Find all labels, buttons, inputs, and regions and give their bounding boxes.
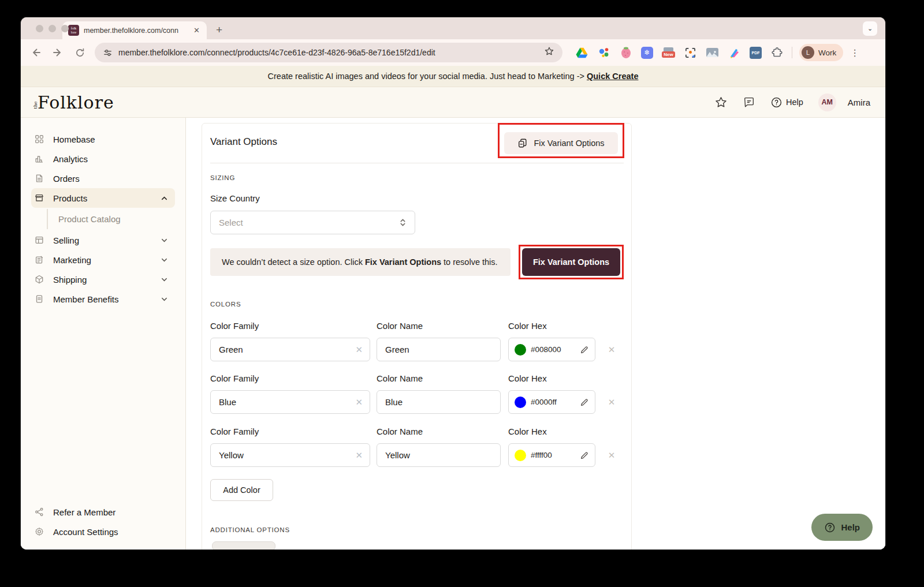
new-badge-extension-icon[interactable]: New [662, 46, 675, 59]
sidebar-item-shipping[interactable]: Shipping [31, 270, 175, 289]
feedback-chat-icon[interactable] [743, 96, 755, 109]
package-icon [33, 274, 45, 285]
google-dots-icon[interactable] [597, 46, 610, 59]
minimize-window-button[interactable] [49, 25, 56, 32]
sidebar-item-analytics[interactable]: Analytics [31, 149, 175, 169]
tab-close-icon[interactable]: ✕ [192, 26, 201, 35]
edit-color-icon[interactable] [580, 398, 589, 407]
color-family-input[interactable]: Green ✕ [210, 338, 370, 361]
grid-icon [33, 134, 45, 144]
sidebar-item-member-benefits[interactable]: Member Benefits [31, 289, 175, 309]
image-extension-icon[interactable] [706, 46, 719, 59]
size-country-label: Size Country [210, 193, 260, 203]
color-hex-input[interactable]: #ffff00 [508, 443, 595, 467]
remove-color-row-icon[interactable]: ✕ [606, 397, 617, 407]
favorites-star-icon[interactable] [714, 96, 728, 109]
document-icon [33, 173, 45, 184]
layout-icon [33, 235, 45, 245]
color-family-label: Color Family [210, 427, 259, 436]
back-button[interactable] [29, 46, 43, 59]
chevron-down-icon [161, 256, 168, 264]
color-hex-input[interactable]: #0000ff [508, 390, 595, 414]
add-color-button[interactable]: Add Color [210, 479, 273, 501]
clear-icon[interactable]: ✕ [355, 345, 363, 355]
screenshot-extension-icon[interactable] [684, 46, 697, 59]
select-chevrons-icon [399, 218, 407, 227]
remove-color-row-icon[interactable]: ✕ [606, 450, 617, 461]
clear-icon[interactable]: ✕ [355, 450, 363, 461]
color-family-input[interactable]: Blue ✕ [210, 390, 370, 414]
sidebar-item-marketing[interactable]: Marketing [31, 250, 175, 270]
user-avatar[interactable]: AM [818, 94, 836, 111]
gear-icon [33, 526, 45, 537]
browser-profile-button[interactable]: L Work [799, 44, 843, 61]
color-name-input[interactable]: Blue [377, 390, 501, 414]
strawberry-icon[interactable] [619, 46, 632, 59]
profile-avatar: L [802, 46, 814, 59]
user-name: Amira [848, 98, 870, 107]
pdf-extension-icon[interactable]: PDF [750, 47, 762, 59]
help-fab-button[interactable]: Help [811, 514, 873, 541]
edit-color-icon[interactable] [580, 345, 589, 354]
color-family-label: Color Family [210, 373, 259, 383]
remove-color-row-icon[interactable]: ✕ [606, 345, 617, 355]
size-warning-message: We couldn’t detect a size option. Click … [210, 248, 511, 276]
share-icon [33, 507, 45, 517]
colors-section-label: COLORS [210, 301, 241, 308]
clear-icon[interactable]: ✕ [355, 397, 363, 407]
window-controls [36, 25, 69, 32]
browser-tab[interactable]: folklore member.thefolklore.com/conn ✕ [62, 21, 207, 39]
sidebar-item-account-settings[interactable]: Account Settings [31, 522, 175, 541]
google-drive-icon[interactable] [575, 46, 588, 59]
color-swatch [515, 344, 526, 356]
color-swatch [515, 397, 526, 408]
sidebar-item-refer-a-member[interactable]: Refer a Member [31, 502, 175, 522]
color-name-label: Color Name [377, 427, 423, 436]
snowflake-extension-icon[interactable]: ❄ [641, 47, 653, 59]
section-divider [210, 163, 624, 163]
zoom-window-button[interactable] [61, 25, 69, 32]
color-name-input[interactable]: Yellow [377, 443, 501, 467]
sidebar-item-products[interactable]: Products [31, 188, 175, 208]
sidebar-item-homebase[interactable]: Homebase [31, 129, 175, 149]
variant-options-card: Variant Options Fix Variant Options SIZI… [202, 123, 632, 549]
forward-button[interactable] [51, 46, 65, 59]
url-bar[interactable]: member.thefolklore.com/connect/products/… [95, 43, 562, 62]
sizing-section-label: SIZING [210, 174, 235, 181]
edit-color-icon[interactable] [580, 451, 589, 460]
url-text: member.thefolklore.com/connect/products/… [118, 48, 539, 57]
benefits-doc-icon [33, 294, 45, 304]
fix-variant-options-button-top[interactable]: Fix Variant Options [504, 132, 618, 154]
color-hex-input[interactable]: #008000 [508, 338, 595, 361]
chevron-down-icon [161, 237, 168, 244]
promo-banner: Create realistic AI images and videos fo… [21, 66, 885, 87]
bookmark-star-icon[interactable] [544, 46, 554, 59]
color-name-input[interactable]: Green [377, 338, 501, 361]
sidebar-item-product-catalog[interactable]: Product Catalog [47, 209, 175, 229]
sidebar-item-selling[interactable]: Selling [31, 230, 175, 250]
quick-create-link[interactable]: Quick Create [587, 72, 638, 81]
reload-button[interactable] [73, 46, 87, 59]
browser-menu-icon[interactable]: ⋮ [850, 47, 859, 58]
color-family-label: Color Family [210, 321, 259, 331]
fix-variant-options-button[interactable]: Fix Variant Options [522, 248, 620, 276]
main-content: Variant Options Fix Variant Options SIZI… [186, 118, 885, 549]
color-family-input[interactable]: Yellow ✕ [210, 443, 370, 467]
browser-toolbar: member.thefolklore.com/connect/products/… [21, 39, 885, 66]
extension-bar: ❄ New PDF [575, 46, 784, 59]
tab-search-button[interactable]: ⌄ [863, 21, 877, 36]
highlighter-extension-icon[interactable] [728, 46, 741, 59]
new-tab-button[interactable]: + [216, 24, 222, 36]
site-info-icon[interactable] [103, 48, 113, 58]
color-name-label: Color Name [377, 373, 423, 383]
sidebar-nav: Homebase Analytics Orders Products [21, 118, 186, 549]
promo-text: Create realistic AI images and videos fo… [268, 72, 584, 81]
page-title: Variant Options [210, 136, 277, 148]
extensions-puzzle-icon[interactable] [770, 46, 784, 59]
chevron-down-icon [161, 276, 168, 283]
close-window-button[interactable] [36, 25, 43, 32]
header-help-button[interactable]: Help [770, 96, 803, 109]
chevron-up-icon [161, 195, 168, 202]
size-country-select[interactable]: Select [210, 211, 415, 234]
sidebar-item-orders[interactable]: Orders [31, 169, 175, 188]
